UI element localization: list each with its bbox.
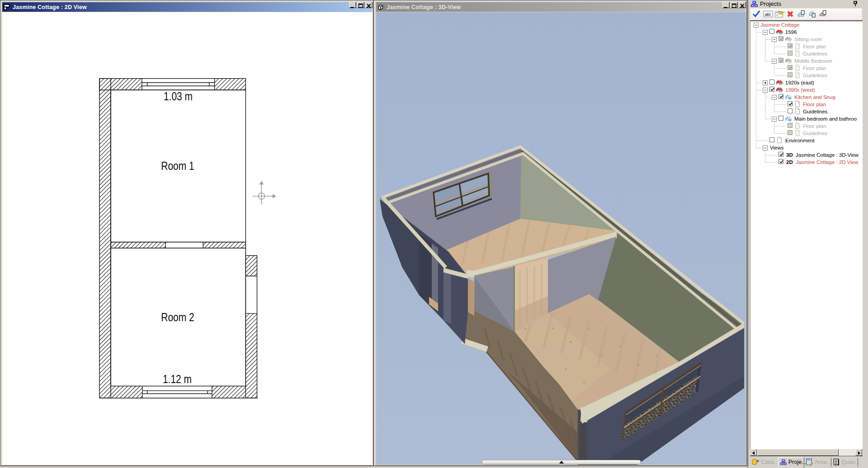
svg-text:abl: abl — [765, 12, 771, 17]
svg-text:1.12 m: 1.12 m — [163, 373, 192, 385]
svg-text:Room 2: Room 2 — [161, 311, 194, 323]
svg-text:Room 1: Room 1 — [161, 159, 194, 172]
svg-text:1.03 m: 1.03 m — [164, 90, 193, 103]
